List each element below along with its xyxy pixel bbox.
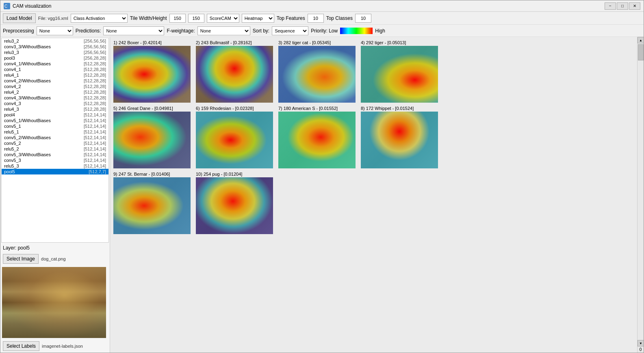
- cam-heatmap[interactable]: [196, 177, 273, 234]
- left-panel: relu3_2[256,56,56]conv3_3/WithoutBiases[…: [0, 37, 110, 353]
- layer-item[interactable]: relu4_2[512,28,28]: [2, 89, 108, 95]
- cam-cell: 2) 243 Bullmastif - [0.28162]: [196, 40, 275, 103]
- cam-cell: 5) 246 Great Dane - [0.04981]: [113, 106, 193, 168]
- cam-cell: 7) 180 American S - [0.01552]: [278, 106, 358, 168]
- layer-item[interactable]: relu3_2[256,56,56]: [2, 38, 108, 44]
- layer-item[interactable]: conv4_2/WithoutBiases[512,28,28]: [2, 78, 108, 84]
- cam-label: 5) 246 Great Dane - [0.04981]: [113, 106, 193, 111]
- layer-item[interactable]: conv5_3/WithoutBiases[512,14,14]: [2, 152, 108, 157]
- scroll-track: [637, 43, 644, 340]
- cam-label: 10) 254 pug - [0.01204]: [196, 172, 275, 176]
- layer-item[interactable]: conv5_1[512,14,14]: [2, 123, 108, 129]
- cam-heatmap[interactable]: [113, 46, 191, 103]
- sort-by-label: Sort by:: [253, 28, 269, 34]
- layer-item[interactable]: conv5_1/WithoutBiases[512,14,14]: [2, 118, 108, 123]
- cam-heatmap[interactable]: [278, 46, 356, 103]
- cam-cell: 10) 254 pug - [0.01204]: [196, 172, 275, 234]
- priority-high-label: High: [375, 28, 385, 34]
- cam-heatmap[interactable]: [196, 112, 273, 168]
- scroll-down-button[interactable]: ▼: [637, 340, 644, 347]
- layer-item[interactable]: pool4[512,14,14]: [2, 112, 108, 118]
- cam-cell: 4) 292 tiger - [0.05013]: [361, 40, 440, 103]
- select-image-area: Select Image dog_cat.png: [0, 252, 110, 265]
- layer-item[interactable]: conv4_3/WithoutBiases[512,28,28]: [2, 95, 108, 101]
- cam-cell: 9) 247 St. Bernar - [0.01406]: [113, 172, 193, 234]
- f-weightage-select[interactable]: None: [197, 26, 250, 35]
- cam-label: 9) 247 St. Bernar - [0.01406]: [113, 172, 193, 176]
- cam-cell: 3) 282 tiger cat - [0.05345]: [278, 40, 358, 103]
- cam-cell: 6) 159 Rhodesian - [0.02328]: [196, 106, 275, 168]
- close-button[interactable]: ✕: [629, 2, 640, 10]
- layer-item[interactable]: conv3_3/WithoutBiases[256,56,56]: [2, 44, 108, 50]
- cam-heatmap[interactable]: [361, 46, 438, 103]
- cam-label: 2) 243 Bullmastif - [0.28162]: [196, 40, 275, 45]
- preprocessing-label: Preprocessing: [3, 28, 34, 34]
- title-bar: C CAM visualization − □ ✕: [0, 0, 644, 12]
- cam-heatmap[interactable]: [196, 46, 273, 103]
- priority-gradient: [340, 28, 373, 34]
- cam-heatmap[interactable]: [278, 112, 356, 168]
- scroll-thumb[interactable]: [638, 44, 644, 60]
- scroll-value: 0: [637, 347, 644, 353]
- layer-item[interactable]: conv5_2/WithoutBiases[512,14,14]: [2, 135, 108, 140]
- select-image-button[interactable]: Select Image: [3, 254, 39, 264]
- sort-select[interactable]: Sequence: [272, 26, 308, 35]
- top-features-input[interactable]: 10: [308, 14, 324, 23]
- score-cam-select[interactable]: ScoreCAM: [207, 14, 239, 23]
- cam-label: 8) 172 Whippet - [0.01524]: [361, 106, 440, 111]
- cam-cell: 8) 172 Whippet - [0.01524]: [361, 106, 440, 168]
- cam-method-select[interactable]: Class Activation: [71, 14, 128, 23]
- main-window: C CAM visualization − □ ✕ Load Model Fil…: [0, 0, 644, 353]
- load-model-button[interactable]: Load Model: [3, 13, 36, 23]
- select-labels-button[interactable]: Select Labels: [3, 341, 39, 351]
- window-controls: − □ ✕: [605, 2, 640, 10]
- cam-heatmap[interactable]: [361, 112, 438, 168]
- layer-item[interactable]: conv4_1[512,28,28]: [2, 67, 108, 72]
- top-features-label: Top Features: [277, 15, 305, 21]
- cam-label: 1) 242 Boxer - [0.42014]: [113, 40, 193, 45]
- minimize-button[interactable]: −: [605, 2, 616, 10]
- layer-item[interactable]: pool3[256,28,28]: [2, 55, 108, 61]
- top-classes-label: Top Classes: [326, 15, 353, 21]
- toolbar1: Load Model File: vgg16.xml Class Activat…: [0, 12, 644, 25]
- layer-item[interactable]: relu5_2[512,14,14]: [2, 146, 108, 152]
- layer-item[interactable]: conv4_1/WithoutBiases[512,28,28]: [2, 61, 108, 67]
- layer-item[interactable]: relu5_1[512,14,14]: [2, 129, 108, 135]
- main-area: relu3_2[256,56,56]conv3_3/WithoutBiases[…: [0, 37, 644, 353]
- cam-label: 6) 159 Rhodesian - [0.02328]: [196, 106, 275, 111]
- top-classes-input[interactable]: 10: [355, 14, 371, 23]
- predictions-label: Predictions:: [76, 28, 101, 34]
- predictions-select[interactable]: None: [103, 26, 164, 35]
- window-title: CAM visualization: [13, 3, 605, 9]
- tile-width-input[interactable]: 150: [169, 14, 186, 23]
- image-filename: dog_cat.png: [41, 256, 66, 261]
- layer-item[interactable]: conv5_3[512,14,14]: [2, 157, 108, 163]
- layer-item[interactable]: conv5_2[512,14,14]: [2, 140, 108, 146]
- layer-item[interactable]: relu3_3[256,56,56]: [2, 50, 108, 55]
- scrollbar[interactable]: ▲ ▼ 0: [637, 37, 644, 353]
- preview-area: [0, 265, 110, 340]
- preprocessing-select[interactable]: None: [37, 26, 73, 35]
- heatmap-select[interactable]: Heatmap: [242, 14, 274, 23]
- priority-low-label: Priority: Low: [311, 28, 338, 34]
- file-label: File: vgg16.xml: [38, 16, 68, 21]
- cam-heatmap[interactable]: [113, 112, 191, 168]
- cam-label: 3) 282 tiger cat - [0.05345]: [278, 40, 358, 45]
- tile-height-input[interactable]: 150: [188, 14, 204, 23]
- labels-filename: imagenet-labels.json: [42, 344, 83, 349]
- layer-item[interactable]: pool5[512,7,7]: [2, 169, 108, 174]
- layer-item[interactable]: relu4_1[512,28,28]: [2, 72, 108, 78]
- select-labels-area: Select Labels imagenet-labels.json: [0, 340, 110, 353]
- cam-grid: 1) 242 Boxer - [0.42014]2) 243 Bullmasti…: [110, 37, 637, 353]
- toolbar2: Preprocessing None Predictions: None F-w…: [0, 25, 644, 37]
- layer-item[interactable]: relu5_3[512,14,14]: [2, 163, 108, 169]
- cam-heatmap[interactable]: [113, 177, 191, 234]
- layer-item[interactable]: relu4_3[512,28,28]: [2, 106, 108, 112]
- scroll-up-button[interactable]: ▲: [637, 37, 644, 43]
- app-icon: C: [4, 3, 10, 9]
- layer-item[interactable]: conv4_3[512,28,28]: [2, 101, 108, 106]
- layer-list[interactable]: relu3_2[256,56,56]conv3_3/WithoutBiases[…: [1, 38, 109, 243]
- maximize-button[interactable]: □: [617, 2, 628, 10]
- preview-img-inner: [2, 267, 106, 338]
- layer-item[interactable]: conv4_2[512,28,28]: [2, 84, 108, 89]
